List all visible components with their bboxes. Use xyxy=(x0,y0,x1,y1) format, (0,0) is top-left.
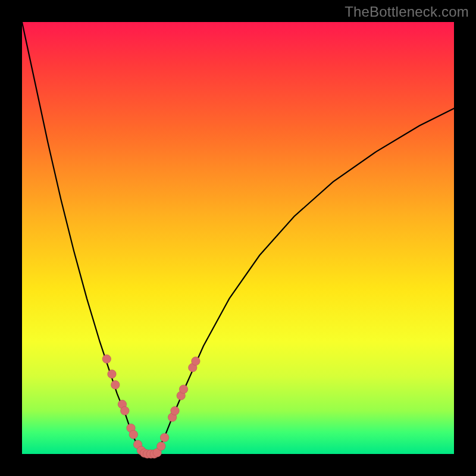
v-curve-left xyxy=(22,22,143,454)
bead-marker xyxy=(171,406,179,415)
bead-marker xyxy=(111,381,120,389)
bead-marker xyxy=(102,355,111,363)
chart-stage: TheBottleneck.com xyxy=(0,0,476,476)
bead-marker xyxy=(157,442,165,450)
watermark-text: TheBottleneck.com xyxy=(345,4,469,20)
bead-marker xyxy=(192,357,200,365)
chart-overlay xyxy=(22,22,454,454)
v-curve-right xyxy=(156,108,454,454)
bead-marker xyxy=(121,406,129,415)
bead-marker xyxy=(108,370,116,378)
bead-marker xyxy=(129,430,137,439)
beads-group xyxy=(102,355,200,458)
bead-marker xyxy=(160,433,168,441)
curve-group xyxy=(22,22,454,454)
bead-marker xyxy=(179,385,187,393)
